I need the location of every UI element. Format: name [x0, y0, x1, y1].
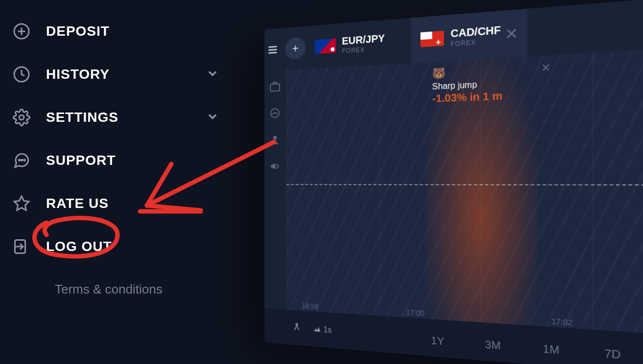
flag-icon: [315, 39, 336, 54]
svg-line-19: [297, 325, 299, 330]
tab-pair-label: EUR/JPY: [342, 33, 385, 46]
time-tick: 18:58: [302, 302, 318, 311]
menu-item-log-out[interactable]: LOG OUT: [12, 225, 243, 268]
megaphone-icon[interactable]: [269, 160, 281, 173]
timeframe-bar: 1s 1Y 3M 1M 7D 1D 6m: [264, 308, 643, 364]
tab-bar: + EUR/JPY FOREX CAD/CHF FOREX ✕: [264, 0, 643, 71]
tab-pair-category: FOREX: [451, 37, 501, 47]
main-menu: DEPOSIT HISTORY SETTINGS SUPPORT RATE US: [0, 0, 255, 307]
svg-line-12: [268, 49, 277, 50]
timeframe-1y[interactable]: 1Y: [411, 327, 465, 355]
svg-marker-8: [14, 196, 29, 210]
plus-circle-icon: [12, 22, 31, 41]
terms-link[interactable]: Terms & conditions: [55, 282, 243, 297]
price-alert: ✕ 🐻 Sharp jump -1.03% in 1 m: [432, 61, 551, 105]
chart-grid: [286, 42, 643, 342]
tab-pair-category: FOREX: [342, 45, 385, 54]
candle-interval-label: 1s: [323, 325, 332, 335]
add-tab-button[interactable]: +: [285, 37, 306, 60]
timeframe-7d[interactable]: 7D: [581, 339, 643, 364]
time-tick: 17:00: [406, 308, 425, 318]
close-tab-icon[interactable]: ✕: [501, 24, 522, 44]
profile-icon[interactable]: [269, 134, 281, 147]
clock-icon: [12, 65, 31, 84]
analysis-icon[interactable]: [269, 107, 281, 120]
chevron-down-icon: [206, 110, 219, 125]
time-axis: 18:58 17:00 17:02: [286, 298, 643, 337]
svg-line-18: [295, 325, 297, 330]
close-alert-icon[interactable]: ✕: [541, 61, 551, 75]
time-tick: 17:02: [551, 317, 572, 327]
current-price-line: [286, 184, 643, 186]
logout-icon: [12, 237, 31, 256]
timeframe-3m[interactable]: 3M: [465, 330, 522, 360]
svg-point-16: [273, 136, 277, 139]
svg-point-6: [22, 159, 23, 160]
menu-item-history[interactable]: HISTORY: [12, 53, 243, 96]
svg-point-5: [19, 159, 20, 160]
timeframe-1m[interactable]: 1M: [522, 334, 581, 364]
chart-icon-rail: [264, 70, 286, 310]
alert-change: -1.03% in 1 m: [432, 88, 551, 105]
gear-icon: [12, 108, 31, 127]
candle-interval[interactable]: 1s: [313, 324, 332, 335]
chart-panel-3d: $10000 DEMO + EUR/JPY FOREX: [264, 0, 643, 364]
svg-point-4: [19, 115, 24, 120]
alert-title: Sharp jump: [432, 76, 551, 91]
svg-line-11: [268, 46, 277, 47]
menu-toggle-icon[interactable]: [265, 41, 281, 59]
menu-label: LOG OUT: [46, 239, 112, 254]
svg-point-17: [296, 323, 297, 325]
bear-icon: 🐻: [432, 61, 551, 80]
chart-window: + EUR/JPY FOREX CAD/CHF FOREX ✕: [264, 0, 643, 364]
chart-body[interactable]: ✕ 🐻 Sharp jump -1.03% in 1 m 0.77498 0.7…: [286, 42, 643, 342]
alert-highlight-zone: [426, 56, 538, 326]
star-icon: [12, 194, 31, 213]
compass-icon[interactable]: [292, 321, 301, 334]
chat-icon: [12, 151, 31, 170]
tab-eur-jpy[interactable]: EUR/JPY FOREX: [306, 18, 411, 69]
chart-hatch-pattern: [286, 42, 643, 342]
tab-pair-label: CAD/CHF: [451, 24, 501, 38]
svg-rect-14: [270, 84, 280, 91]
menu-label: RATE US: [46, 196, 109, 211]
menu-item-support[interactable]: SUPPORT: [12, 139, 243, 182]
chevron-down-icon: [206, 67, 219, 82]
menu-label: SETTINGS: [46, 110, 119, 125]
menu-item-settings[interactable]: SETTINGS: [12, 96, 243, 139]
menu-item-deposit[interactable]: DEPOSIT: [12, 10, 243, 53]
menu-label: HISTORY: [46, 67, 110, 82]
menu-label: DEPOSIT: [46, 23, 110, 39]
menu-item-rate-us[interactable]: RATE US: [12, 182, 243, 225]
svg-point-7: [24, 159, 25, 160]
menu-label: SUPPORT: [46, 153, 116, 168]
briefcase-icon[interactable]: [269, 80, 281, 93]
tab-cad-chf[interactable]: CAD/CHF FOREX ✕: [411, 9, 527, 63]
flag-icon: [421, 31, 444, 47]
svg-point-15: [271, 109, 279, 118]
svg-line-13: [268, 52, 277, 53]
